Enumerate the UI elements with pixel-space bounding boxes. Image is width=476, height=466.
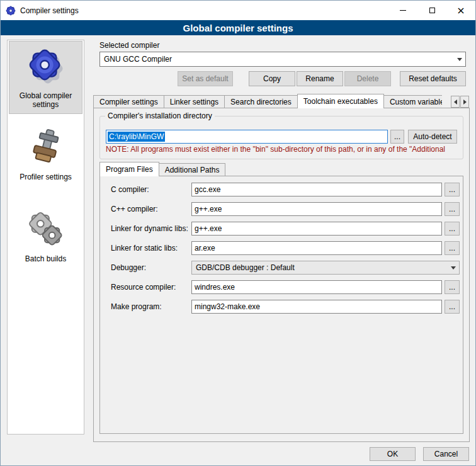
c-compiler-browse-button[interactable]: ... — [445, 183, 460, 196]
sidebar-item-global-compiler-settings[interactable]: Global compiler settings — [9, 41, 82, 114]
tab-program-files[interactable]: Program Files — [99, 162, 159, 176]
linker-dynamic-label: Linker for dynamic libs: — [111, 224, 188, 233]
arrow-left-icon — [454, 99, 457, 105]
chevron-down-icon — [447, 261, 459, 274]
dialog-header: Global compiler settings — [1, 20, 475, 35]
settings-sidebar: Global compiler settings Profiler settin… — [7, 40, 84, 435]
tab-scroll-right-button[interactable] — [460, 96, 469, 108]
chevron-down-icon — [453, 52, 465, 66]
c-compiler-label: C compiler: — [111, 185, 149, 194]
sidebar-item-label: Batch builds — [25, 254, 66, 263]
debugger-label: Debugger: — [111, 263, 146, 272]
reset-defaults-button[interactable]: Reset defaults — [400, 71, 466, 86]
tab-additional-paths[interactable]: Additional Paths — [159, 163, 226, 176]
tab-scroll-left-button[interactable] — [451, 96, 460, 108]
debugger-select[interactable]: GDB/CDB debugger : Default — [191, 261, 460, 275]
c-compiler-input[interactable] — [191, 183, 442, 196]
debugger-row: Debugger: GDB/CDB debugger : Default — [99, 261, 463, 275]
install-dir-input[interactable]: C:\raylib\MinGW — [106, 130, 388, 144]
linker-static-browse-button[interactable]: ... — [445, 241, 460, 255]
debugger-select-value: GDB/CDB debugger : Default — [196, 263, 295, 272]
maximize-button[interactable] — [417, 1, 446, 20]
set-as-default-button[interactable]: Set as default — [178, 71, 233, 86]
main-tabstrip: Compiler settings Linker settings Search… — [93, 94, 470, 108]
linker-dynamic-browse-button[interactable]: ... — [445, 222, 460, 236]
cpp-compiler-label: C++ compiler: — [111, 205, 158, 213]
close-button[interactable]: × — [446, 1, 475, 20]
installation-directory-group-title: Compiler's installation directory — [105, 111, 215, 120]
cancel-button[interactable]: Cancel — [423, 447, 469, 461]
close-icon: × — [456, 6, 465, 16]
auto-detect-button[interactable]: Auto-detect — [408, 130, 457, 144]
tab-toolchain-executables[interactable]: Toolchain executables — [297, 94, 384, 108]
make-program-browse-button[interactable]: ... — [445, 300, 460, 314]
linker-static-row: Linker for static libs: ... — [99, 241, 463, 255]
window-controls: × — [388, 1, 475, 20]
make-program-row: Make program: ... — [99, 300, 463, 314]
delete-button[interactable]: Delete — [344, 71, 391, 86]
maximize-icon — [429, 8, 435, 13]
profiler-tool-icon — [26, 127, 65, 166]
arrow-right-icon — [463, 99, 467, 105]
window-title: Compiler settings — [20, 6, 79, 15]
linker-dynamic-input[interactable] — [191, 222, 442, 236]
ok-button[interactable]: OK — [370, 447, 416, 461]
tab-custom-variables[interactable]: Custom variables — [383, 95, 442, 108]
tab-search-directories[interactable]: Search directories — [224, 95, 298, 108]
tab-linker-settings[interactable]: Linker settings — [164, 95, 225, 108]
sidebar-item-profiler-settings[interactable]: Profiler settings — [9, 123, 82, 186]
linker-dynamic-row: Linker for dynamic libs: ... — [99, 222, 463, 236]
c-compiler-row: C compiler: ... — [99, 183, 463, 196]
bin-subdirectory-note: NOTE: All programs must exist either in … — [106, 145, 458, 154]
sidebar-item-label: Global compiler settings — [11, 91, 81, 109]
copy-button[interactable]: Copy — [249, 71, 295, 86]
cpp-compiler-row: C++ compiler: ... — [99, 202, 463, 216]
compiler-select[interactable]: GNU GCC Compiler — [99, 52, 466, 67]
program-tabs: Program Files Additional Paths — [99, 162, 225, 176]
sidebar-item-label: Profiler settings — [20, 173, 72, 181]
resource-compiler-label: Resource compiler: — [111, 283, 176, 292]
compiler-select-value: GNU GCC Compiler — [104, 55, 172, 64]
install-dir-selected-text: C:\raylib\MinGW — [108, 132, 165, 142]
sidebar-item-batch-builds[interactable]: Batch builds — [9, 205, 82, 268]
compiler-settings-window: Compiler settings × Global compiler sett… — [0, 0, 476, 466]
blue-gear-icon — [26, 46, 65, 85]
main-tabs: Compiler settings Linker settings Search… — [93, 94, 442, 108]
app-icon — [6, 6, 16, 16]
cpp-compiler-browse-button[interactable]: ... — [445, 202, 460, 216]
install-dir-browse-button[interactable]: ... — [390, 130, 404, 144]
make-program-label: Make program: — [111, 302, 162, 311]
titlebar: Compiler settings × — [1, 1, 475, 20]
resource-compiler-browse-button[interactable]: ... — [445, 280, 460, 294]
minimize-button[interactable] — [388, 1, 417, 20]
tab-compiler-settings[interactable]: Compiler settings — [93, 95, 164, 108]
linker-static-input[interactable] — [191, 241, 442, 255]
linker-static-label: Linker for static libs: — [111, 244, 178, 253]
minimize-icon — [400, 10, 406, 11]
rename-button[interactable]: Rename — [297, 71, 343, 86]
cpp-compiler-input[interactable] — [191, 202, 442, 216]
program-tabstrip: Program Files Additional Paths — [99, 162, 288, 176]
selected-compiler-label: Selected compiler — [99, 41, 159, 50]
make-program-input[interactable] — [191, 300, 442, 314]
resource-compiler-row: Resource compiler: ... — [99, 280, 463, 294]
gray-gears-icon — [26, 209, 65, 248]
resource-compiler-input[interactable] — [191, 280, 442, 294]
